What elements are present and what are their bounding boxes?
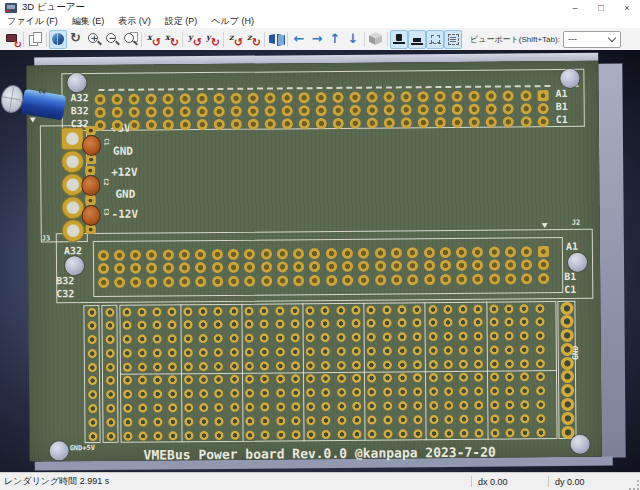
pad bbox=[152, 307, 161, 316]
flip-board-button[interactable] bbox=[267, 30, 285, 49]
move-left-button[interactable]: ← bbox=[290, 30, 308, 49]
pad bbox=[428, 318, 437, 327]
rotate-z-cw-button[interactable]: z↻ bbox=[244, 30, 262, 49]
pad bbox=[86, 155, 96, 164]
minimize-button[interactable]: – bbox=[562, 0, 588, 15]
toolbar-separator bbox=[364, 32, 365, 47]
menu-preferences[interactable]: 設定 (P) bbox=[158, 15, 205, 28]
pad bbox=[382, 305, 391, 314]
rotate-x-cw-button[interactable]: x↻ bbox=[162, 30, 180, 49]
show-smd-models-button[interactable] bbox=[408, 30, 426, 49]
move-right-button[interactable]: → bbox=[308, 30, 326, 49]
pad bbox=[122, 349, 131, 358]
pad bbox=[342, 247, 353, 258]
show-not-in-posfile-button[interactable] bbox=[444, 30, 462, 49]
pad bbox=[316, 118, 327, 129]
pad bbox=[122, 335, 131, 344]
rotate-y-cw-button[interactable]: y↻ bbox=[203, 30, 221, 49]
mounting-hole bbox=[567, 252, 586, 271]
orientation-button[interactable] bbox=[49, 30, 67, 49]
pad bbox=[94, 119, 105, 130]
j3-ref: J3 bbox=[42, 235, 50, 242]
j1-row-label: B32 bbox=[71, 106, 89, 116]
move-up-button[interactable]: ↑ bbox=[326, 30, 344, 49]
orthographic-projection-button[interactable] bbox=[367, 30, 385, 49]
menu-help[interactable]: ヘルプ (H) bbox=[204, 15, 261, 28]
copy-image-button[interactable] bbox=[26, 30, 44, 49]
pad bbox=[275, 375, 284, 384]
pad bbox=[384, 104, 395, 115]
pad bbox=[196, 93, 207, 104]
pad bbox=[230, 430, 239, 439]
rotate-z-ccw-button[interactable]: z↺ bbox=[226, 30, 244, 49]
pad bbox=[105, 307, 114, 316]
app-icon bbox=[5, 3, 17, 13]
zoom-fit-icon bbox=[122, 31, 138, 47]
menu-view[interactable]: 表示 (V) bbox=[111, 15, 158, 28]
pad bbox=[520, 103, 531, 114]
toolbar-separator bbox=[387, 32, 388, 47]
pad bbox=[245, 347, 254, 356]
pad bbox=[424, 274, 435, 285]
menu-file[interactable]: ファイル (F) bbox=[0, 15, 65, 28]
pad bbox=[88, 404, 97, 413]
pad bbox=[368, 429, 377, 438]
pad bbox=[537, 103, 548, 114]
pad bbox=[443, 304, 452, 313]
pad bbox=[122, 307, 131, 316]
pad bbox=[428, 332, 437, 341]
reload-board-button[interactable]: ↻ bbox=[3, 30, 21, 49]
pad bbox=[473, 273, 484, 284]
pad bbox=[247, 105, 258, 116]
pad bbox=[561, 384, 574, 397]
pad bbox=[244, 306, 253, 315]
pad bbox=[418, 117, 429, 128]
close-button[interactable]: × bbox=[614, 0, 640, 15]
disc-capacitor bbox=[81, 134, 100, 155]
pad bbox=[537, 90, 548, 101]
pad bbox=[535, 359, 544, 368]
show-virtual-models-button[interactable] bbox=[426, 30, 444, 49]
pad bbox=[106, 418, 115, 427]
rotate-x-ccw-button[interactable]: x↺ bbox=[144, 30, 162, 49]
pad bbox=[382, 319, 391, 328]
menu-edit[interactable]: 編集 (E) bbox=[65, 15, 112, 28]
pad bbox=[179, 276, 190, 287]
pad bbox=[281, 92, 292, 103]
pad bbox=[184, 389, 193, 398]
show-th-models-button[interactable] bbox=[390, 30, 408, 49]
pad bbox=[86, 126, 96, 135]
pad bbox=[352, 333, 361, 342]
zoom-out-button[interactable]: − bbox=[103, 30, 121, 49]
move-down-button[interactable]: ↓ bbox=[344, 30, 362, 49]
pad bbox=[179, 119, 190, 130]
pad bbox=[260, 361, 269, 370]
pad bbox=[306, 416, 315, 425]
pad bbox=[214, 362, 223, 371]
pad bbox=[196, 119, 207, 130]
pad bbox=[106, 404, 115, 413]
pad bbox=[306, 402, 315, 411]
pad bbox=[229, 348, 238, 357]
pad bbox=[398, 346, 407, 355]
pad bbox=[291, 430, 300, 439]
rotate-y-ccw-button[interactable]: y↺ bbox=[185, 30, 203, 49]
pad bbox=[316, 105, 327, 116]
pad bbox=[505, 414, 514, 423]
pad bbox=[229, 334, 238, 343]
resize-grip[interactable] bbox=[629, 480, 639, 490]
viewport-3d[interactable]: A32 B32 C32 A1 B1 C1 J1 J2 A32 B32 C32 A… bbox=[0, 50, 640, 472]
pad bbox=[456, 273, 467, 284]
zoom-in-icon: + bbox=[86, 31, 102, 47]
pad bbox=[293, 275, 304, 286]
redraw-button[interactable]: ↻ bbox=[67, 30, 85, 49]
pad bbox=[444, 401, 453, 410]
pad bbox=[244, 248, 255, 259]
viewport-preset-select[interactable]: --- bbox=[563, 31, 621, 48]
zoom-in-button[interactable]: + bbox=[85, 30, 103, 49]
pad bbox=[342, 274, 353, 285]
zoom-fit-button[interactable] bbox=[121, 30, 139, 49]
pad bbox=[184, 362, 193, 371]
chevron-down-icon bbox=[608, 34, 616, 42]
maximize-button[interactable]: □ bbox=[588, 0, 614, 15]
